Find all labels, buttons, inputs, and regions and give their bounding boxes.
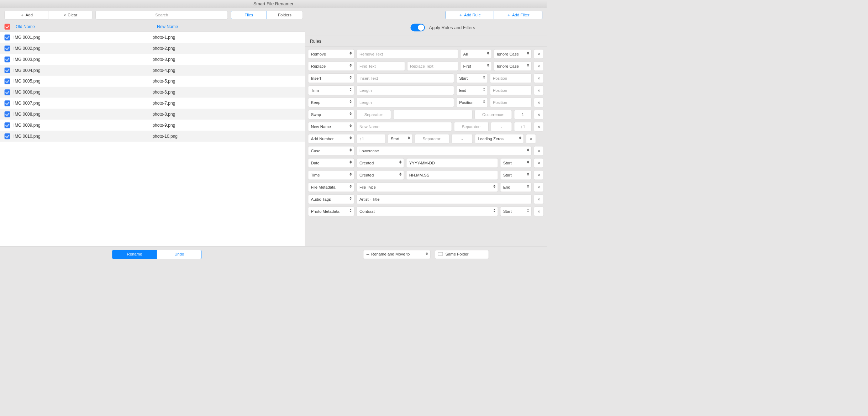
rule-action-select[interactable]: Photo Metadata	[308, 207, 354, 216]
filemeta-at-select[interactable]: End	[500, 183, 532, 192]
time-at-select[interactable]: Start	[500, 170, 532, 180]
remove-text-input[interactable]: Remove Text	[357, 49, 458, 59]
remove-scope-select[interactable]: All	[460, 49, 491, 59]
replace-rule-close[interactable]	[534, 62, 544, 71]
add-rule-button[interactable]: Add Rule	[446, 11, 494, 19]
rename-move-select[interactable]: Rename and Move to	[363, 250, 430, 259]
same-folder-button[interactable]: Same Folder	[435, 250, 489, 259]
keep-at-select[interactable]: Position	[456, 98, 488, 107]
audiotags-rule-close[interactable]	[534, 195, 544, 204]
addnum-leadingzeros-select[interactable]: Leading Zeros	[475, 134, 524, 143]
replace-case-select[interactable]: Ignore Case	[494, 62, 532, 71]
search-input[interactable]	[95, 11, 228, 19]
tab-files[interactable]: Files	[231, 11, 267, 19]
rule-action-select[interactable]: Keep	[308, 98, 354, 107]
trim-rule-close[interactable]	[534, 86, 544, 95]
addnum-seq-input[interactable]: 1	[357, 134, 386, 143]
rule-action-select[interactable]: Remove	[308, 49, 354, 59]
trim-at-select[interactable]: End	[456, 86, 488, 95]
date-at-select[interactable]: Start	[500, 158, 532, 168]
rule-action-select[interactable]: File Metadata	[308, 183, 354, 192]
table-row[interactable]: IMG 0006.pngphoto-6.png	[0, 87, 305, 98]
replace-text-input[interactable]: Replace Text	[407, 62, 458, 71]
table-row[interactable]: IMG 0001.pngphoto-1.png	[0, 32, 305, 43]
swap-rule-close[interactable]	[534, 110, 544, 119]
filemeta-rule-close[interactable]	[534, 183, 544, 192]
table-row[interactable]: IMG 0008.pngphoto-8.png	[0, 109, 305, 120]
table-row[interactable]: IMG 0003.pngphoto-3.png	[0, 54, 305, 65]
time-source-select[interactable]: Created	[357, 170, 404, 180]
insert-at-select[interactable]: Start	[456, 74, 488, 83]
swap-occurrence-input[interactable]: 1	[514, 110, 532, 119]
date-rule-close[interactable]	[534, 158, 544, 168]
row-checkbox[interactable]	[5, 35, 10, 40]
keep-length-input[interactable]: Length	[357, 98, 454, 107]
rule-action-select[interactable]: Case	[308, 146, 354, 156]
photometa-at-select[interactable]: Start	[500, 207, 532, 216]
rule-action-select[interactable]: Date	[308, 158, 354, 168]
table-row[interactable]: IMG 0010.pngphoto-10.png	[0, 131, 305, 142]
rule-action-select[interactable]: Add Number	[308, 134, 354, 143]
insert-position-input[interactable]: Position	[490, 74, 532, 83]
row-checkbox[interactable]	[5, 56, 10, 62]
trim-position-input[interactable]: Position	[490, 86, 532, 95]
filemeta-field-select[interactable]: File Type	[357, 183, 498, 192]
time-format-input[interactable]: HH.MM.SS	[406, 170, 498, 180]
case-mode-select[interactable]: Lowercase	[357, 146, 532, 156]
rule-action-select[interactable]: Insert	[308, 74, 354, 83]
clear-button[interactable]: Clear	[48, 11, 92, 19]
row-checkbox[interactable]	[5, 67, 10, 73]
row-checkbox[interactable]	[5, 133, 10, 139]
insert-rule-close[interactable]	[534, 74, 544, 83]
insert-text-input[interactable]: Insert Text	[357, 74, 454, 83]
replace-scope-select[interactable]: First	[460, 62, 491, 71]
rules-header: Rules	[305, 36, 547, 47]
addnum-at-select[interactable]: Start	[388, 134, 412, 143]
photometa-rule-close[interactable]	[534, 207, 544, 216]
add-filter-button[interactable]: Add Filter	[494, 11, 542, 19]
row-checkbox[interactable]	[5, 46, 10, 51]
rename-button[interactable]: Rename	[112, 250, 157, 259]
row-checkbox[interactable]	[5, 111, 10, 117]
add-button[interactable]: Add	[5, 11, 48, 19]
addnum-separator-input[interactable]: -	[452, 134, 473, 143]
rule-action-select[interactable]: Time	[308, 170, 354, 180]
photometa-field-select[interactable]: Contrast	[357, 207, 498, 216]
rule-action-select[interactable]: Replace	[308, 62, 354, 71]
case-rule-close[interactable]	[534, 146, 544, 156]
col-old-name[interactable]: Old Name	[16, 24, 155, 29]
trim-length-input[interactable]: Length	[357, 86, 454, 95]
rule-action-select[interactable]: Swap	[308, 110, 354, 119]
remove-case-select[interactable]: Ignore Case	[494, 49, 532, 59]
tab-folders[interactable]: Folders	[267, 11, 303, 19]
row-checkbox[interactable]	[5, 78, 10, 84]
find-text-input[interactable]: Find Text	[357, 62, 405, 71]
swap-separator-input[interactable]: -	[393, 110, 472, 119]
newname-separator-input[interactable]: -	[491, 122, 512, 131]
newname-input[interactable]: New Name	[357, 122, 452, 131]
newname-rule-close[interactable]	[534, 122, 544, 131]
table-row[interactable]: IMG 0007.pngphoto-7.png	[0, 98, 305, 109]
rule-action-select[interactable]: Audio Tags	[308, 195, 354, 204]
date-format-input[interactable]: YYYY-MM-DD	[406, 158, 498, 168]
table-row[interactable]: IMG 0002.pngphoto-2.png	[0, 43, 305, 54]
audiotags-format-input[interactable]: Artist - Title	[357, 195, 532, 204]
table-row[interactable]: IMG 0005.pngphoto-5.png	[0, 76, 305, 87]
row-checkbox[interactable]	[5, 122, 10, 128]
table-row[interactable]: IMG 0009.pngphoto-9.png	[0, 120, 305, 131]
remove-rule-close[interactable]	[534, 49, 544, 59]
undo-button[interactable]: Undo	[157, 250, 202, 259]
keep-rule-close[interactable]	[534, 98, 544, 107]
select-all-checkbox[interactable]	[5, 23, 10, 29]
rule-action-select[interactable]: New Name	[308, 122, 354, 131]
row-checkbox[interactable]	[5, 89, 10, 95]
keep-position-input[interactable]: Position	[490, 98, 532, 107]
table-row[interactable]: IMG 0004.pngphoto-4.png	[0, 65, 305, 76]
row-checkbox[interactable]	[5, 100, 10, 106]
date-source-select[interactable]: Created	[357, 158, 404, 168]
col-new-name[interactable]: New Name	[157, 24, 178, 29]
addnum-rule-close[interactable]	[526, 134, 536, 143]
rule-action-select[interactable]: Trim	[308, 86, 354, 95]
newname-seq-input[interactable]: 1	[514, 122, 532, 131]
time-rule-close[interactable]	[534, 170, 544, 180]
